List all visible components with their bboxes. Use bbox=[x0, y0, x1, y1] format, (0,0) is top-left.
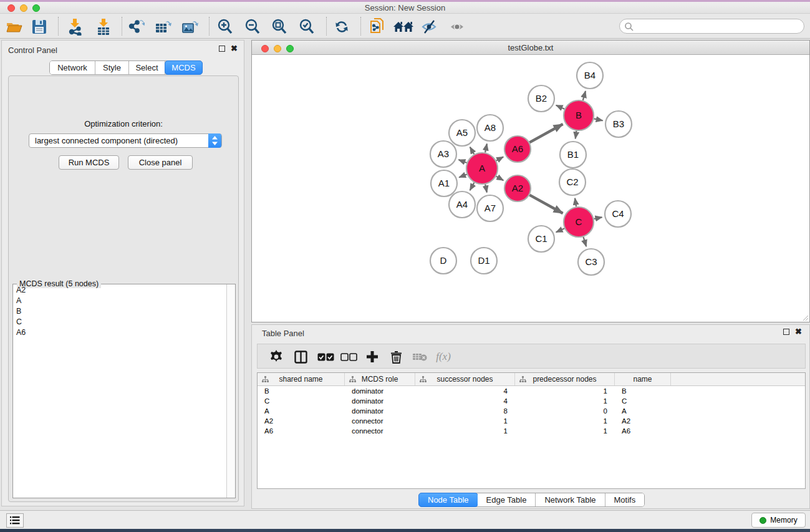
delete-row-button[interactable] bbox=[385, 346, 407, 367]
task-history-button[interactable] bbox=[6, 513, 24, 528]
graph-node-C2[interactable]: C2 bbox=[559, 169, 586, 195]
graph-edge-A-A4[interactable] bbox=[470, 183, 475, 190]
float-panel-icon[interactable] bbox=[219, 46, 225, 52]
graph-edge-B-B2[interactable] bbox=[556, 105, 565, 109]
tab-network[interactable]: Network bbox=[50, 61, 95, 74]
tab-node-table[interactable]: Node Table bbox=[418, 493, 478, 507]
graph-edge-A-A1[interactable] bbox=[459, 175, 467, 178]
graph-node-A7[interactable]: A7 bbox=[477, 195, 503, 221]
graph-node-A6[interactable]: A6 bbox=[504, 136, 531, 162]
show-details-button[interactable] bbox=[446, 16, 469, 37]
tab-edge-table[interactable]: Edge Table bbox=[478, 493, 536, 506]
close-panel-icon[interactable]: ✖ bbox=[795, 329, 802, 335]
graph-edge-C-C4[interactable] bbox=[594, 217, 602, 219]
graph-node-C[interactable]: C bbox=[564, 207, 594, 237]
open-session-button[interactable] bbox=[3, 16, 26, 37]
graph-node-C1[interactable]: C1 bbox=[528, 226, 554, 252]
function-builder-button[interactable]: f(x) bbox=[433, 346, 454, 367]
graph-edge-A-A7[interactable] bbox=[485, 185, 487, 193]
graph-node-B[interactable]: B bbox=[564, 100, 594, 130]
import-network-button[interactable] bbox=[64, 16, 86, 37]
graph-node-A1[interactable]: A1 bbox=[431, 170, 457, 196]
column-header-successor-nodes[interactable]: successor nodes bbox=[415, 373, 515, 385]
table-row-a[interactable]: Adominator80A bbox=[258, 406, 805, 416]
table-settings-button[interactable] bbox=[266, 346, 287, 367]
result-item-a6[interactable]: A6 bbox=[13, 327, 226, 338]
column-header-predecessor-nodes[interactable]: predecessor nodes bbox=[515, 373, 615, 385]
graph-node-B4[interactable]: B4 bbox=[577, 62, 603, 89]
select-all-button[interactable] bbox=[315, 346, 336, 367]
table-row-b[interactable]: Bdominator41B bbox=[258, 386, 805, 396]
table-row-a2[interactable]: A2connector11A2 bbox=[258, 416, 805, 426]
graph-node-D[interactable]: D bbox=[430, 248, 456, 274]
zoom-selected-button[interactable] bbox=[296, 16, 318, 37]
duplicate-network-button[interactable] bbox=[366, 16, 388, 37]
export-table-button[interactable] bbox=[152, 16, 175, 37]
refresh-button[interactable] bbox=[330, 16, 353, 37]
graph-edge-B-B1[interactable] bbox=[576, 131, 577, 139]
graph-edge-A6-B[interactable] bbox=[529, 124, 562, 142]
hide-details-button[interactable] bbox=[419, 16, 441, 37]
graph-node-B1[interactable]: B1 bbox=[560, 142, 586, 168]
tab-mcds[interactable]: MCDS bbox=[165, 60, 203, 75]
resize-grip-icon[interactable] bbox=[801, 314, 809, 321]
table-row-c[interactable]: Cdominator41C bbox=[258, 396, 805, 406]
column-header-name[interactable]: name bbox=[615, 373, 671, 385]
graph-node-D1[interactable]: D1 bbox=[471, 248, 497, 274]
result-item-c[interactable]: C bbox=[13, 317, 226, 327]
graph-edge-C-C1[interactable] bbox=[556, 228, 565, 232]
graph-edge-A-A2[interactable] bbox=[496, 177, 504, 181]
cell-mcds-role: connector bbox=[345, 426, 415, 436]
add-row-button[interactable] bbox=[362, 346, 383, 367]
tab-motifs[interactable]: Motifs bbox=[605, 493, 645, 506]
column-header-mcds-role[interactable]: MCDS role bbox=[345, 373, 415, 385]
graph-node-A2[interactable]: A2 bbox=[504, 175, 531, 201]
float-panel-icon[interactable] bbox=[783, 329, 789, 335]
graph-node-A[interactable]: A bbox=[466, 153, 498, 184]
graph-node-A4[interactable]: A4 bbox=[449, 191, 475, 218]
save-session-button[interactable] bbox=[28, 16, 51, 37]
homes-button[interactable] bbox=[392, 16, 415, 37]
import-table-button[interactable] bbox=[92, 16, 115, 37]
table-row-a6[interactable]: A6connector11A6 bbox=[258, 426, 805, 436]
graph-edge-A-A3[interactable] bbox=[458, 160, 466, 163]
tab-style[interactable]: Style bbox=[95, 61, 129, 74]
graph-edge-A-A8[interactable] bbox=[485, 144, 487, 153]
tab-select[interactable]: Select bbox=[129, 61, 165, 74]
export-image-button[interactable] bbox=[179, 16, 201, 37]
result-item-a2[interactable]: A2 bbox=[13, 285, 226, 296]
zoom-fit-button[interactable] bbox=[268, 16, 291, 37]
graph-node-A5[interactable]: A5 bbox=[449, 120, 475, 146]
graph-edge-A-A5[interactable] bbox=[470, 147, 475, 155]
graph-node-B2[interactable]: B2 bbox=[528, 85, 554, 112]
show-columns-button[interactable] bbox=[290, 346, 311, 367]
graph-edge-B-B3[interactable] bbox=[594, 118, 602, 120]
memory-button[interactable]: Memory bbox=[751, 513, 806, 528]
result-item-b[interactable]: B bbox=[13, 306, 226, 317]
zoom-out-button[interactable] bbox=[241, 16, 264, 37]
tab-network-table[interactable]: Network Table bbox=[536, 493, 605, 506]
close-panel-button[interactable]: Close panel bbox=[128, 155, 193, 170]
column-header-shared-name[interactable]: shared name bbox=[258, 373, 345, 385]
clear-table-button[interactable] bbox=[409, 346, 430, 367]
run-mcds-button[interactable]: Run MCDS bbox=[59, 155, 119, 170]
graph-edge-B-B4[interactable] bbox=[583, 91, 586, 100]
graph-node-C3[interactable]: C3 bbox=[578, 249, 604, 275]
graph-edge-A2-C[interactable] bbox=[529, 195, 562, 213]
graph-node-A8[interactable]: A8 bbox=[477, 115, 503, 141]
graph-edge-C-C3[interactable] bbox=[584, 237, 587, 246]
graph-node-C4[interactable]: C4 bbox=[605, 201, 631, 227]
search-input[interactable] bbox=[636, 20, 801, 32]
zoom-in-button[interactable] bbox=[214, 16, 236, 37]
deselect-all-button[interactable] bbox=[338, 346, 359, 367]
result-item-a[interactable]: A bbox=[13, 296, 226, 306]
graph-edge-A-A6[interactable] bbox=[496, 157, 503, 160]
close-panel-icon[interactable]: ✖ bbox=[231, 46, 238, 52]
network-canvas[interactable]: B4B2BB3A8A5A6A3B1AC2A1A2A4A7C4CC1DD1C3 bbox=[252, 55, 809, 322]
graph-node-B3[interactable]: B3 bbox=[605, 111, 632, 137]
result-scrollbar[interactable] bbox=[226, 284, 235, 498]
export-network-button[interactable] bbox=[125, 16, 147, 37]
optimization-criterion-dropdown[interactable]: largest connected component (directed) bbox=[29, 133, 222, 148]
graph-edge-C-C2[interactable] bbox=[575, 198, 576, 207]
graph-node-A3[interactable]: A3 bbox=[430, 141, 456, 167]
